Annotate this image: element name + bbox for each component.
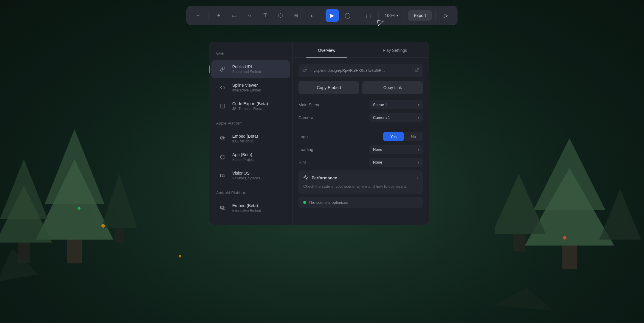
logo-yes-option[interactable]: Yes	[383, 132, 404, 141]
tag-button[interactable]: ⬧	[305, 9, 318, 22]
glow-dot-red	[563, 236, 566, 240]
world-button[interactable]: ⊕	[290, 9, 303, 22]
performance-description: Check the state of your scene, where and…	[303, 184, 418, 190]
tab-play-settings-label: Play Settings	[383, 48, 407, 53]
export-label: Export	[414, 13, 426, 18]
add-button[interactable]: +	[191, 9, 205, 22]
hint-value: None	[373, 160, 415, 164]
apple-section-label: Apple Platform	[209, 119, 292, 129]
main-scene-label: Main Scene	[298, 103, 321, 107]
code-export-subtitle: JS, Three.js, React...	[232, 107, 268, 111]
camera-row: Camera Camera 1 ▾	[298, 113, 423, 122]
logo-yes-label: Yes	[390, 134, 397, 139]
logo-no-option[interactable]: No	[404, 132, 423, 141]
sidebar-item-code-export[interactable]: Code Export (Beta) JS, Three.js, React..…	[211, 97, 290, 115]
tab-play-settings[interactable]: Play Settings	[361, 42, 429, 58]
copy-embed-button[interactable]: Copy Embed	[298, 81, 359, 94]
magic-button[interactable]: ✦	[212, 9, 225, 22]
visionos-text: VisionOS Volumes, Spaces...	[232, 171, 263, 180]
toolbar: + ✦ ▭ ○ T ⬡ ⊕ ⬧ ▶ ◯ ⬚ 100% ▾ Export ▷	[186, 6, 457, 25]
visionos-title: VisionOS	[232, 171, 263, 176]
svg-rect-13	[513, 234, 525, 251]
glow-dot-green	[78, 207, 80, 210]
performance-section[interactable]: Performance › Check the state of your sc…	[298, 170, 423, 194]
sidebar: Web Public URL Share and Embed	[209, 42, 292, 225]
hint-chevron-icon: ▾	[418, 160, 419, 164]
export-panel: Web Public URL Share and Embed	[209, 42, 435, 225]
export-button[interactable]: Export	[408, 10, 432, 21]
glow-dot-1	[101, 224, 105, 228]
main-scene-dropdown[interactable]: Scene 1 ▾	[369, 100, 423, 109]
toolbar-divider-2	[322, 11, 322, 20]
code-export-title: Code Export (Beta)	[232, 101, 268, 106]
rectangle-icon: ▭	[232, 12, 237, 19]
hint-row: Hint None ▾	[298, 158, 423, 167]
app-beta-subtitle: Xcode Project	[232, 158, 255, 162]
svg-rect-22	[222, 175, 225, 177]
logo-toggle: Yes No	[383, 132, 423, 141]
toolbar-divider-6	[436, 11, 436, 20]
camera-label: Camera	[298, 115, 313, 120]
circle-button[interactable]: ○	[243, 9, 256, 22]
external-link-icon[interactable]	[415, 68, 419, 73]
tabs-header: Overview Play Settings	[292, 42, 429, 58]
sidebar-item-embed-android[interactable]: Embed (Beta) Interactive Embed	[211, 199, 290, 217]
comment-button[interactable]: ◯	[341, 9, 354, 22]
hint-dropdown[interactable]: None ▾	[369, 158, 423, 167]
camera-chevron-icon: ▾	[418, 116, 419, 120]
zoom-control[interactable]: 100% ▾	[382, 13, 400, 18]
sidebar-item-embed-apple[interactable]: Embed (Beta) iOS, visionOS...	[211, 130, 290, 147]
loading-label: Loading	[298, 147, 313, 152]
sidebar-item-public-url[interactable]: Public URL Share and Embed	[211, 60, 290, 78]
spline-viewer-subtitle: Interactive Embed	[232, 88, 261, 92]
settings-divider-1	[298, 127, 423, 127]
performance-chevron-icon: ›	[417, 176, 418, 180]
copy-embed-label: Copy Embed	[317, 85, 341, 90]
optimized-status-row: The scene is optimized	[298, 197, 423, 208]
svg-marker-15	[495, 285, 555, 310]
play-icon: ▷	[444, 12, 448, 19]
trees-right-decoration	[495, 114, 644, 323]
public-url-subtitle: Share and Embed	[232, 70, 261, 74]
web-section-label: Web	[209, 49, 292, 60]
hint-label: Hint	[298, 160, 306, 165]
3d-shape-button[interactable]: ⬡	[274, 9, 287, 22]
bracket-icon	[217, 101, 228, 111]
zoom-value: 100%	[385, 13, 395, 18]
embed-android-icon	[217, 203, 228, 213]
main-scene-chevron-icon: ▾	[418, 103, 419, 107]
svg-rect-7	[115, 228, 124, 243]
copy-link-label: Copy Link	[383, 85, 402, 90]
embed-android-text: Embed (Beta) Interactive Embed	[232, 203, 261, 213]
text-button[interactable]: T	[258, 9, 272, 22]
frame-icon: ⬚	[366, 12, 371, 19]
sidebar-item-visionos[interactable]: VisionOS Volumes, Spaces...	[211, 167, 290, 184]
play-button[interactable]: ▷	[439, 9, 453, 22]
android-section-label: Android Platform	[209, 188, 292, 198]
logo-label: Logo	[298, 134, 308, 139]
camera-dropdown[interactable]: Camera 1 ▾	[369, 113, 423, 122]
zoom-chevron-icon: ▾	[397, 14, 398, 17]
frame-button[interactable]: ⬚	[362, 9, 375, 22]
loading-dropdown[interactable]: None ▾	[369, 145, 423, 154]
glow-dot-2	[179, 255, 181, 257]
copy-link-button[interactable]: Copy Link	[362, 81, 423, 94]
pointer-icon: ▶	[330, 12, 334, 19]
loading-chevron-icon: ▾	[418, 147, 419, 152]
public-url-title: Public URL	[232, 64, 261, 69]
embed-android-subtitle: Interactive Embed	[232, 209, 261, 213]
svg-marker-6	[101, 174, 137, 228]
toolbar-divider-5	[404, 11, 404, 20]
magic-icon: ✦	[216, 12, 221, 19]
tab-overview[interactable]: Overview	[292, 42, 361, 58]
app-beta-text: App (Beta) Xcode Project	[232, 152, 255, 162]
sidebar-item-spline-viewer[interactable]: Spline Viewer Interactive Embed	[211, 79, 290, 97]
pointer-button[interactable]: ▶	[326, 9, 339, 22]
svg-rect-11	[562, 246, 577, 269]
content-body: my.spline.design/pRpwRalHK9u8fw3aGR... C…	[292, 58, 429, 214]
comment-icon: ◯	[345, 12, 351, 19]
rectangle-button[interactable]: ▭	[227, 9, 241, 22]
action-buttons: Copy Embed Copy Link	[298, 81, 423, 94]
tag-icon: ⬧	[310, 13, 313, 19]
sidebar-item-app-beta[interactable]: App (Beta) Xcode Project	[211, 148, 290, 166]
